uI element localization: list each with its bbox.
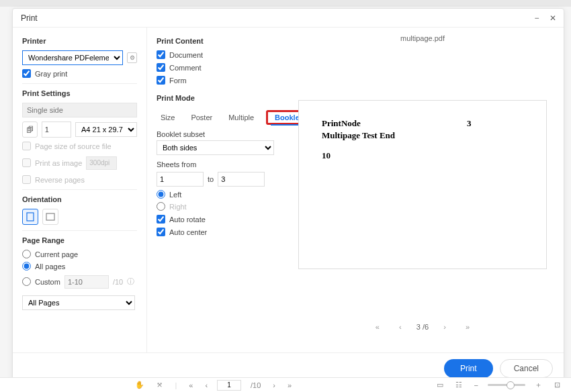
binding-right-radio[interactable]: Right: [157, 202, 272, 211]
first-page-icon[interactable]: «: [186, 381, 195, 389]
booklet-subset-label: Booklet subset: [157, 130, 272, 138]
prev-page-icon[interactable]: ‹: [202, 381, 210, 389]
preview-filename: multipage.pdf: [400, 34, 445, 42]
help-icon[interactable]: ⓘ: [127, 277, 134, 287]
custom-range-input[interactable]: [64, 275, 109, 289]
preview-pager: « ‹ 3 /6 › »: [371, 320, 474, 334]
preview-page: PrintNode 3 Multipage Test End 10: [298, 100, 547, 269]
zoom-out-icon[interactable]: −: [472, 381, 481, 389]
tab-multiple[interactable]: Multiple: [224, 111, 258, 124]
print-content-label: Print Content: [157, 37, 272, 45]
view-single-icon[interactable]: ▭: [434, 381, 446, 389]
all-pages-radio[interactable]: All pages: [22, 262, 137, 271]
hand-tool-icon[interactable]: ✋: [132, 381, 147, 389]
printer-select[interactable]: Wondershare PDFelement: [22, 50, 123, 65]
copies-input[interactable]: 1: [42, 121, 71, 138]
custom-radio[interactable]: Custom: [22, 277, 60, 286]
pager-last-icon[interactable]: »: [461, 320, 474, 334]
print-button[interactable]: Print: [444, 359, 493, 378]
next-page-icon[interactable]: ›: [270, 381, 278, 389]
pager-first-icon[interactable]: «: [371, 320, 384, 334]
svg-rect-0: [27, 213, 34, 221]
orientation-label: Orientation: [22, 195, 137, 203]
tab-poster[interactable]: Poster: [187, 111, 216, 124]
paper-size-select[interactable]: A4 21 x 29.7 cm: [75, 122, 137, 137]
orientation-portrait-icon[interactable]: [22, 209, 38, 225]
sheets-from-label: Sheets from: [157, 160, 272, 168]
svg-rect-1: [46, 213, 54, 220]
select-tool-icon[interactable]: ⤧: [154, 381, 165, 389]
gray-print-check[interactable]: Gray print: [22, 69, 137, 78]
sheets-from-input[interactable]: [157, 172, 204, 187]
sides-select[interactable]: [22, 103, 137, 117]
close-icon[interactable]: ✕: [547, 13, 558, 23]
print-mode-label: Print Mode: [157, 94, 272, 102]
preview-text-1: PrintNode: [322, 118, 523, 129]
last-page-icon[interactable]: »: [285, 381, 294, 389]
pager-next-icon[interactable]: ›: [438, 320, 451, 334]
printer-settings-icon[interactable]: ⚙: [127, 52, 137, 63]
cancel-button[interactable]: Cancel: [500, 359, 553, 378]
reverse-pages-check[interactable]: Reverse pages: [22, 175, 137, 184]
page-size-source-check[interactable]: Page size of source file: [22, 142, 137, 150]
preview-text-right: 3: [467, 118, 472, 129]
preview-text-2: Multipage Test End: [322, 130, 523, 141]
fit-page-icon[interactable]: ⊡: [552, 381, 563, 389]
print-settings-label: Print Settings: [22, 89, 137, 97]
pager-prev-icon[interactable]: ‹: [394, 320, 407, 334]
form-check[interactable]: Form: [157, 76, 272, 85]
document-check[interactable]: Document: [157, 50, 272, 59]
tab-size[interactable]: Size: [157, 111, 179, 124]
page-total: /10: [248, 381, 263, 389]
page-range-label: Page Range: [22, 236, 137, 244]
zoom-slider[interactable]: [488, 384, 525, 386]
dialog-title: Print: [18, 13, 38, 23]
to-label: to: [208, 175, 214, 183]
titlebar: Print − ✕: [13, 9, 564, 28]
current-page-radio[interactable]: Current page: [22, 250, 137, 258]
binding-left-radio[interactable]: Left: [157, 190, 272, 199]
minimize-icon[interactable]: −: [531, 13, 542, 23]
comment-check[interactable]: Comment: [157, 63, 272, 72]
bottom-toolbar: ✋ ⤧ | « ‹ /10 › » ▭ ☷ − ＋ ⊡: [0, 377, 571, 392]
page-number-input[interactable]: [217, 380, 241, 391]
preview-text-3: 10: [322, 150, 523, 161]
view-continuous-icon[interactable]: ☷: [453, 381, 465, 389]
page-subset-select[interactable]: All Pages: [22, 295, 135, 310]
booklet-subset-select[interactable]: Both sides: [157, 140, 274, 155]
print-dialog: Print − ✕ Printer Wondershare PDFelement…: [12, 8, 564, 385]
sheets-to-input[interactable]: [218, 172, 265, 187]
dpi-input: [86, 156, 117, 170]
print-as-image-check[interactable]: Print as image: [22, 158, 82, 167]
pager-page-number: 3 /6: [416, 323, 429, 331]
zoom-in-icon[interactable]: ＋: [532, 380, 545, 390]
page-total-label: /10: [113, 278, 123, 286]
printer-label: Printer: [22, 37, 137, 45]
copies-icon: 🗐: [22, 121, 38, 138]
auto-rotate-check[interactable]: Auto rotate: [157, 215, 272, 224]
auto-center-check[interactable]: Auto center: [157, 228, 272, 236]
orientation-landscape-icon[interactable]: [42, 209, 58, 225]
